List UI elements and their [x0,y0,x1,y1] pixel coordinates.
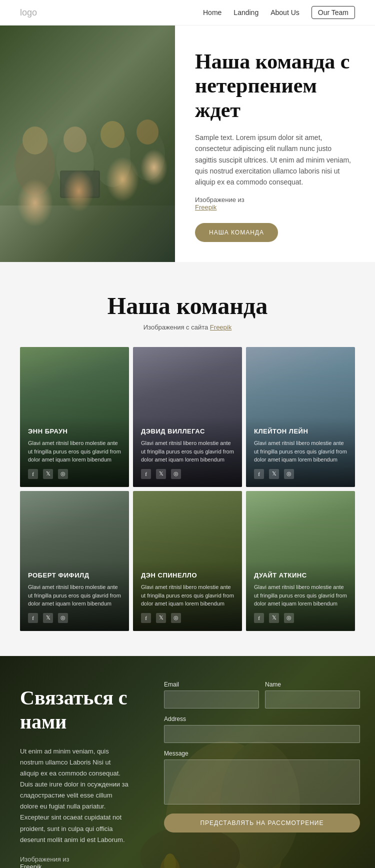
team-card: ДЭН СПИНЕЛЛО Glavi amet ritnisl libero m… [133,491,242,631]
contact-description: Ut enim ad minim veniam, quis nostrum ul… [20,746,129,846]
card-6-name: ДУАЙТ АТКИНС [254,572,347,579]
team-card: РОБЕРТ ФИФИЛД Glavi amet ritnisl libero … [20,491,129,631]
card-3-desc: Glavi amet ritnisl libero molestie ante … [254,439,347,464]
address-group: Address [164,716,360,743]
contact-form: Email Name Address Message ПРЕДСТАВЛЯТЬ … [149,656,375,868]
team-card: ЭНН БРАУН Glavi amet ritnisl libero mole… [20,347,129,487]
team-credit: Изображения с сайта Freepik [20,324,355,331]
contact-credit: Изображения из Freepik [20,856,129,868]
card-5-socials: f 𝕏 ◎ [141,613,234,623]
svg-rect-9 [62,172,98,196]
svg-point-7 [136,120,158,144]
nav-home[interactable]: Home [203,8,222,16]
twitter-icon[interactable]: 𝕏 [156,469,166,479]
address-field[interactable] [164,725,360,743]
hero-credit: Изображение из Freepik [195,196,355,211]
card-4-name: РОБЕРТ ФИФИЛД [28,572,121,579]
card-4-content: РОБЕРТ ФИФИЛД Glavi amet ritnisl libero … [20,564,129,631]
instagram-icon[interactable]: ◎ [284,469,294,479]
card-5-content: ДЭН СПИНЕЛЛО Glavi amet ritnisl libero m… [133,564,242,631]
card-1-name: ЭНН БРАУН [28,428,121,435]
facebook-icon[interactable]: f [254,613,264,623]
team-section: Наша команда Изображения с сайта Freepik… [0,262,375,656]
card-6-socials: f 𝕏 ◎ [254,613,347,623]
card-3-content: КЛЕЙТОН ЛЕЙН Glavi amet ritnisl libero m… [246,420,355,487]
email-group: Email [164,681,259,708]
card-4-socials: f 𝕏 ◎ [28,613,121,623]
card-5-name: ДЭН СПИНЕЛЛО [141,572,234,579]
card-2-socials: f 𝕏 ◎ [141,469,234,479]
facebook-icon[interactable]: f [28,469,38,479]
hero-image [0,26,175,262]
form-row-message: Message [164,750,360,804]
card-6-desc: Glavi amet ritnisl libero molestie ante … [254,583,347,608]
instagram-icon[interactable]: ◎ [171,613,181,623]
card-2-content: ДЭВИД ВИЛЛЕГАС Glavi amet ritnisl libero… [133,420,242,487]
navigation: logo Home Landing About Us Our Team [0,0,375,26]
svg-point-1 [22,126,48,154]
twitter-icon[interactable]: 𝕏 [269,469,279,479]
card-5-desc: Glavi amet ritnisl libero molestie ante … [141,583,234,608]
contact-left: Связаться с нами Ut enim ad minim veniam… [0,656,149,868]
logo: logo [20,8,37,18]
team-title: Наша команда [20,292,355,320]
message-group: Message [164,750,360,804]
hero-section: Наша команда с нетерпением ждет Sample t… [0,26,375,262]
nav-about[interactable]: About Us [270,8,300,16]
facebook-icon[interactable]: f [141,469,151,479]
facebook-icon[interactable]: f [254,469,264,479]
card-3-socials: f 𝕏 ◎ [254,469,347,479]
instagram-icon[interactable]: ◎ [284,613,294,623]
team-card: ДУАЙТ АТКИНС Glavi amet ritnisl libero m… [246,491,355,631]
twitter-icon[interactable]: 𝕏 [43,469,53,479]
nav-landing[interactable]: Landing [234,8,258,16]
svg-point-0 [15,136,55,196]
twitter-icon[interactable]: 𝕏 [269,613,279,623]
svg-point-4 [94,129,132,187]
card-6-content: ДУАЙТ АТКИНС Glavi amet ritnisl libero m… [246,564,355,631]
form-row-address: Address [164,716,360,743]
svg-point-6 [130,128,165,180]
hero-credit-link[interactable]: Freepik [195,204,216,211]
team-credit-link[interactable]: Freepik [210,324,232,331]
email-label: Email [164,681,259,688]
twitter-icon[interactable]: 𝕏 [156,613,166,623]
submit-button[interactable]: ПРЕДСТАВЛЯТЬ НА РАССМОТРЕНИЕ [164,814,360,832]
form-row-email-name: Email Name [164,681,360,708]
card-4-desc: Glavi amet ritnisl libero molestie ante … [28,583,121,608]
svg-point-3 [64,126,86,152]
svg-point-5 [100,121,124,148]
card-1-socials: f 𝕏 ◎ [28,469,121,479]
hero-description: Sample text. Lorem ipsum dolor sit amet,… [195,132,355,188]
address-label: Address [164,716,360,722]
name-label: Name [265,681,360,688]
instagram-icon[interactable]: ◎ [58,469,68,479]
contact-credit-link[interactable]: Freepik [20,863,42,868]
message-field[interactable] [164,760,360,804]
facebook-icon[interactable]: f [141,613,151,623]
team-card: ДЭВИД ВИЛЛЕГАС Glavi amet ritnisl libero… [133,347,242,487]
name-group: Name [265,681,360,708]
twitter-icon[interactable]: 𝕏 [43,613,53,623]
hero-image-placeholder [0,26,175,262]
our-team-button[interactable]: НАША КОМАНДА [195,223,278,242]
message-label: Message [164,750,360,757]
instagram-icon[interactable]: ◎ [58,613,68,623]
team-grid: ЭНН БРАУН Glavi amet ritnisl libero mole… [20,347,355,631]
card-1-desc: Glavi amet ritnisl libero molestie ante … [28,439,121,464]
card-1-content: ЭНН БРАУН Glavi amet ritnisl libero mole… [20,420,129,487]
nav-our-team[interactable]: Our Team [312,6,355,19]
instagram-icon[interactable]: ◎ [171,469,181,479]
card-2-desc: Glavi amet ritnisl libero molestie ante … [141,439,234,464]
nav-links: Home Landing About Us Our Team [203,6,355,19]
card-3-name: КЛЕЙТОН ЛЕЙН [254,428,347,435]
svg-rect-8 [60,170,100,198]
contact-section: Связаться с нами Ut enim ad minim veniam… [0,656,375,868]
name-field[interactable] [265,690,360,708]
facebook-icon[interactable]: f [28,613,38,623]
card-2-name: ДЭВИД ВИЛЛЕГАС [141,428,234,435]
team-card: КЛЕЙТОН ЛЕЙН Glavi amet ritnisl libero m… [246,347,355,487]
email-field[interactable] [164,690,259,708]
hero-content: Наша команда с нетерпением ждет Sample t… [175,26,375,262]
contact-title: Связаться с нами [20,686,129,734]
